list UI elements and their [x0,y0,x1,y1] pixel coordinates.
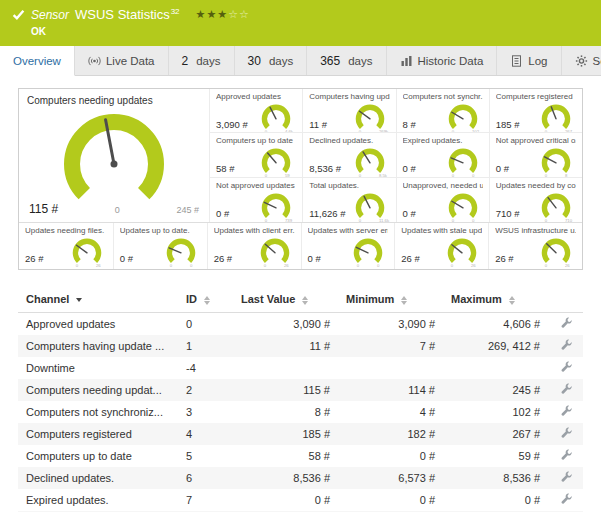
small-gauge: Not approved updates 0 # 0 739 [209,178,302,222]
gauge-dial [29,106,199,206]
small-gauges-grid: Approved updates 3,090 # 0 4.6k Computer… [209,89,582,222]
small-gauge: Updates with stale upd... 26 # 0 26 [394,223,488,269]
channel-id: 6 [178,467,233,489]
channel-name[interactable]: Computers not synchroniz... [18,401,178,423]
channel-name[interactable]: Declined updates. [18,467,178,489]
tab-overview[interactable]: Overview [0,46,75,76]
column-header-channel[interactable]: Channel [18,285,178,313]
table-row[interactable]: Computers not synchroniz... 3 8 # 4 # 10… [18,401,583,423]
column-header-maximum[interactable]: Maximum [443,285,548,313]
channel-settings-wrench-icon[interactable] [559,448,573,462]
tab-number: 365 [320,54,340,68]
minimum-value [338,357,443,379]
channel-name[interactable]: Downtime [18,357,178,379]
gauge-scale-min: 0 [358,217,361,222]
sort-icon [509,296,515,305]
gauge-value: 115 # [29,202,58,216]
tab-365-days[interactable]: 365 days [307,46,386,75]
gauge-scale-max: 26 [96,263,101,268]
table-row[interactable]: Declined updates. 6 8,536 # 6,573 # 8,53… [18,467,583,489]
channel-settings-wrench-icon[interactable] [559,316,573,330]
channel-settings-wrench-icon[interactable] [559,470,573,484]
maximum-value: 59 # [443,445,548,467]
gauge-scale-max: 245 # [176,205,199,215]
gauge-title: WSUS infrastructure u... [495,226,576,235]
channel-settings-wrench-icon[interactable] [559,338,573,352]
gauge-dial: 0 8 [536,145,576,177]
gauge-dial: 0 269k [350,101,390,133]
tab-settings[interactable]: Settings [562,46,601,75]
tab-historic-data[interactable]: Historic Data [387,46,498,75]
channels-table: Channel ID Last Value Minimum Maximum [18,285,583,512]
gauge-scale-max: 26 [471,263,476,268]
table-row[interactable]: Computers needing updat... 2 115 # 114 #… [18,379,583,401]
gauge-title: Computers not synchr... [403,92,483,101]
gauge-title: Updates with client err... [214,226,295,235]
channel-name[interactable]: Approved updates [18,313,178,336]
gauge-dial: 0 11.6k [350,190,390,222]
gauge-scale-min: 0 [545,263,548,268]
channel-settings-wrench-icon[interactable] [559,382,573,396]
maximum-value [443,357,548,379]
channel-name[interactable]: Computers up to date [18,445,178,467]
tab-bar: Overview Live Data 2 days 30 days 365 da… [0,46,601,76]
gauge-title: Computers up to date [216,136,296,145]
table-row[interactable]: Downtime -4 [18,357,583,379]
small-gauge: Updates with client err... 26 # 0 26 [207,223,301,269]
historic-data-icon [400,55,413,67]
gauge-dial: 0 267 [536,101,576,133]
tab-2-days[interactable]: 2 days [169,46,235,75]
last-value: 8,536 # [233,467,338,489]
column-header-tools [548,285,583,313]
gauges-panel: Computers needing updates 115 # 0 245 # … [18,88,583,270]
tab-live-data[interactable]: Live Data [75,46,169,75]
gauge-scale-min: 0 [357,263,360,268]
table-row[interactable]: Computers up to date 5 58 # 0 # 59 # [18,445,583,467]
gauge-value: 0 # [496,163,509,177]
last-value: 58 # [233,445,338,467]
gauge-dial: 0 4.6k [256,101,296,133]
gauge-scale-min: 0 [263,263,266,268]
table-row[interactable]: Expired updates. 7 0 # 0 # 0 # [18,489,583,511]
column-header-minimum[interactable]: Minimum [338,285,443,313]
sort-icon [204,296,210,305]
gauge-value: 26 # [401,253,420,268]
table-row[interactable]: Approved updates 0 3,090 # 3,090 # 4,606… [18,313,583,336]
small-gauge: Approved updates 3,090 # 0 4.6k [209,89,302,133]
gauge-title: Computers having upd... [309,92,389,101]
channel-id: 1 [178,335,233,357]
gauge-value: 26 # [25,253,44,268]
table-row[interactable]: Computers registered 4 185 # 182 # 267 # [18,423,583,445]
tiny-gauges-row: Updates needing files. 26 # 0 26 Updates… [19,222,582,269]
gauge-scale-max: 0 [190,263,193,268]
channel-name[interactable]: Computers registered [18,423,178,445]
tab-30-days[interactable]: 30 days [235,46,308,75]
small-gauge: Computers having upd... 11 # 0 269k [302,89,395,133]
gauge-scale-min: 0 [169,263,172,268]
priority-stars[interactable]: ★★★☆☆ [196,8,250,21]
channel-name[interactable]: Expired updates. [18,489,178,511]
channel-name[interactable]: Computers needing updat... [18,379,178,401]
channel-settings-wrench-icon[interactable] [559,492,573,506]
gauge-dial: 0 26 [67,235,107,268]
channel-settings-wrench-icon[interactable] [559,404,573,418]
minimum-value: 3,090 # [338,313,443,336]
gauge-scale-min: 0 [76,263,79,268]
last-value: 185 # [233,423,338,445]
table-row[interactable]: Computers having update ... 1 11 # 7 # 2… [18,335,583,357]
gauge-dial: 0 739 [256,190,296,222]
small-gauge: Updates up to date. 0 # 0 0 [113,223,207,269]
gauge-value: 0 # [403,163,416,177]
column-header-id[interactable]: ID [178,285,233,313]
tab-label: days [348,55,372,67]
main-gauge: Computers needing updates 115 # 0 245 # [19,89,209,222]
gauge-value: 0 # [308,253,321,268]
channel-settings-wrench-icon[interactable] [559,360,573,374]
sort-icon [401,296,407,305]
tab-log[interactable]: Log [497,46,561,75]
channel-id: 3 [178,401,233,423]
gauge-scale-min: 0 [265,217,268,222]
channel-name[interactable]: Computers having update ... [18,335,178,357]
channel-settings-wrench-icon[interactable] [559,426,573,440]
column-header-last-value[interactable]: Last Value [233,285,338,313]
